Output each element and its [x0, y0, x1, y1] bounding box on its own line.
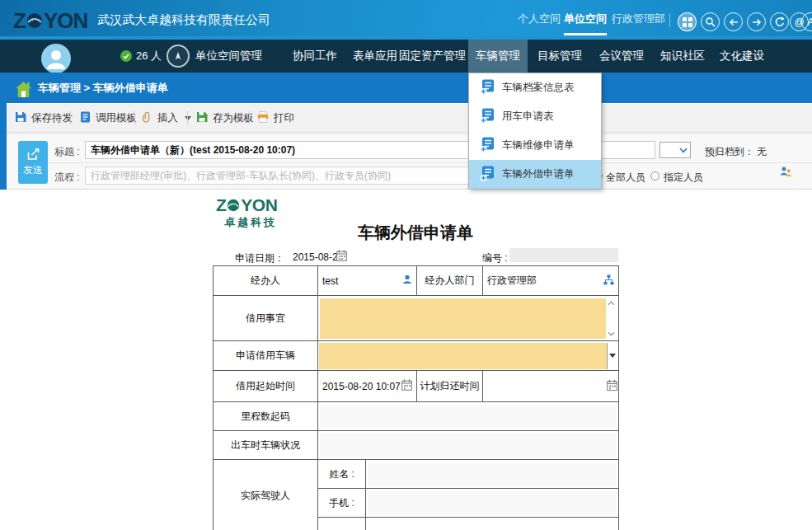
form-doc-add-icon [480, 79, 495, 97]
top-link-unit-space[interactable]: 单位空间 [564, 0, 607, 35]
save-as-template-button[interactable]: 存为模板 [196, 104, 254, 132]
nav-item-goal-mgmt[interactable]: 目标管理 [537, 40, 582, 73]
purpose-cell [318, 296, 619, 341]
driver-name-input[interactable] [368, 462, 617, 486]
menu-item-vehicle-archive[interactable]: 车辆档案信息表 [469, 73, 601, 102]
serial-label: 编号 : [482, 251, 508, 265]
start-time-cell[interactable]: 2015-08-20 10:07 [318, 371, 417, 402]
breadcrumb[interactable]: 车辆管理 > 车辆外借申请单 [38, 73, 168, 103]
archive-label: 预归档到： [705, 145, 754, 159]
driver-name-label: 姓名 : [318, 460, 366, 489]
mileage-label: 里程数起码 [214, 402, 318, 431]
nav-item-fixed-assets[interactable]: 固定资产管理 [399, 40, 466, 73]
search-icon[interactable] [701, 12, 720, 31]
archive-select[interactable] [659, 142, 691, 158]
apply-date-calendar-icon[interactable] [336, 250, 347, 265]
scroll-down-icon [608, 331, 615, 336]
table-row-condition: 出车时车辆状况 [214, 431, 619, 460]
vehicle-select-button[interactable] [607, 343, 617, 369]
nav-item-unit-space-mgmt[interactable]: 单位空间管理 [195, 40, 262, 73]
insert-button[interactable]: 插入 [142, 104, 191, 132]
org-icon[interactable] [603, 274, 614, 288]
send-button[interactable]: 发送 [18, 141, 48, 184]
request-form-table: 经办人 test 经办人部门 行政管理部 借用事宜 申请借用车辆 [213, 265, 619, 530]
driver-phone-input[interactable] [368, 491, 617, 515]
load-template-button[interactable]: 调用模板 [80, 104, 137, 132]
send-panel: 发送 标题 : 车辆外借申请单（新）(test 2015-08-20 10:07… [7, 134, 812, 190]
handler-cell[interactable]: test [318, 266, 417, 296]
printer-icon [257, 111, 269, 125]
nav-item-meeting-mgmt[interactable]: 会议管理 [599, 40, 644, 73]
company-name: 武汉武大卓越科技有限责任公司 [97, 0, 270, 40]
nav-item-collaboration[interactable]: 协同工作 [293, 40, 337, 73]
nav-item-form-apps[interactable]: 表单应用 [353, 40, 397, 73]
compass-icon[interactable] [167, 45, 190, 68]
globe-icon [26, 9, 43, 34]
top-link-personal-space[interactable]: 个人空间 [518, 0, 561, 35]
save-as-icon [196, 111, 208, 125]
apps-grid-icon[interactable] [678, 12, 697, 31]
form-toolbar: 保存待发 调用模板 插入 存为模板 打印 [7, 104, 812, 133]
form-globe-icon [227, 196, 240, 216]
company-logo: ZYON [13, 7, 87, 34]
nav-item-culture[interactable]: 文化建设 [720, 40, 764, 73]
textarea-scrollbar[interactable] [606, 298, 617, 339]
refresh-icon[interactable] [770, 12, 789, 31]
menu-item-vehicle-borrow[interactable]: 车辆外借申请单 [469, 160, 601, 189]
serial-input[interactable] [509, 248, 618, 262]
save-pending-button[interactable]: 保存待发 [15, 104, 73, 132]
print-button[interactable]: 打印 [257, 104, 294, 132]
dept-label: 经办人部门 [417, 266, 483, 296]
nav-item-vehicle-mgmt[interactable]: 车辆管理 [476, 40, 520, 73]
archive-value[interactable]: 无 [757, 145, 767, 159]
insert-dropdown-caret [185, 116, 191, 120]
vehicle-select[interactable] [319, 343, 617, 369]
chevron-down-icon [677, 143, 690, 157]
title-label: 标题 : [54, 145, 80, 159]
purpose-textarea[interactable] [320, 298, 617, 339]
share-icon [26, 148, 40, 161]
back-arrow-icon[interactable] [724, 12, 743, 31]
menu-item-vehicle-request[interactable]: 用车申请表 [469, 102, 601, 131]
save-icon [15, 111, 26, 125]
forward-arrow-icon[interactable] [747, 12, 766, 31]
person-icon[interactable] [402, 274, 412, 287]
select-down-icon [609, 354, 616, 358]
table-row-handler: 经办人 test 经办人部门 行政管理部 [214, 266, 619, 296]
top-link-admin-dept[interactable]: 行政管理部 [612, 0, 665, 35]
logo-text-z: Z [13, 8, 26, 33]
return-calendar-icon[interactable] [607, 379, 617, 393]
start-time-value[interactable]: 2015-08-20 10:07 [322, 381, 401, 392]
menu-item-vehicle-repair[interactable]: 车辆维修申请单 [469, 131, 601, 160]
home-icon[interactable] [15, 81, 32, 101]
vehicle-mgmt-dropdown: 车辆档案信息表 用车申请表 车辆维修申请单 车辆外借申请单 [468, 73, 602, 189]
return-time-cell [483, 371, 619, 402]
start-time-label: 借用起始时间 [214, 371, 318, 402]
online-check-icon [120, 50, 132, 62]
table-row-purpose: 借用事宜 [214, 296, 619, 341]
form-title: 车辆外借申请单 [213, 222, 618, 244]
condition-input[interactable] [320, 434, 617, 457]
person-picker-icon[interactable] [780, 166, 792, 181]
nav-item-knowledge[interactable]: 知识社区 [660, 40, 705, 73]
form-doc-add-icon [480, 108, 495, 126]
start-calendar-icon[interactable] [401, 379, 412, 393]
purpose-label: 借用事宜 [214, 296, 318, 341]
table-row-driver-name: 实际驾驶人 姓名 : [214, 460, 619, 489]
radio-all-label[interactable]: 全部人员 [606, 171, 645, 185]
template-doc-icon [80, 111, 91, 125]
radio-specified-label[interactable]: 指定人员 [664, 171, 703, 185]
mileage-input[interactable] [320, 405, 617, 429]
return-time-label: 计划归还时间 [417, 371, 483, 402]
driver-label: 实际驾驶人 [214, 460, 318, 530]
dept-value[interactable]: 行政管理部 [487, 274, 537, 288]
avatar[interactable] [41, 44, 71, 73]
dept-cell[interactable]: 行政管理部 [483, 266, 619, 296]
handler-value[interactable]: test [322, 275, 338, 287]
driver-phone-label: 手机 : [318, 489, 366, 518]
table-row-mileage: 里程数起码 [214, 402, 619, 431]
top-bar: ZYON 武汉武大卓越科技有限责任公司 个人空间 单位空间 行政管理部 @ A [0, 0, 812, 40]
condition-cell [318, 431, 619, 460]
table-row-vehicle: 申请借用车辆 [214, 341, 619, 371]
radio-specified-people[interactable] [650, 171, 659, 181]
